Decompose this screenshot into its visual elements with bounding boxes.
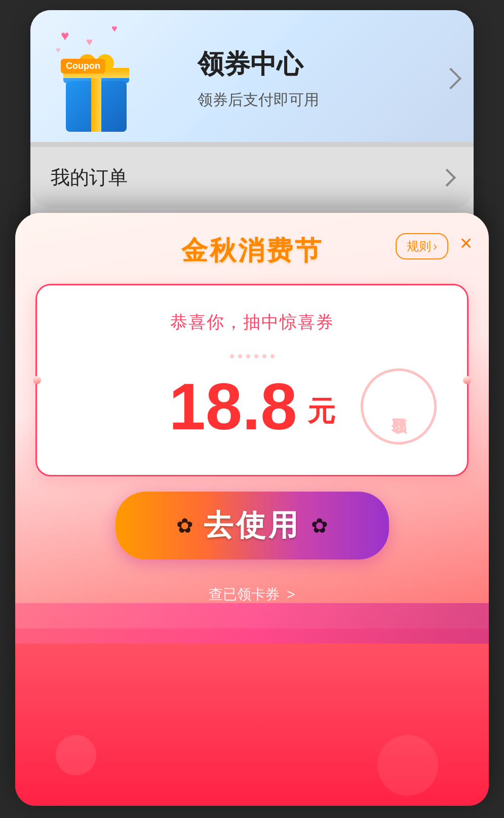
- coupon-banner-chevron[interactable]: [440, 68, 461, 89]
- festival-title: 金秋消费节: [181, 233, 323, 269]
- dot-6: [270, 354, 275, 358]
- use-button-text: 去使用: [204, 506, 301, 545]
- use-button-icon-right: ✿: [311, 514, 328, 537]
- use-button-area: ✿ 去使用 ✿: [35, 492, 469, 560]
- use-button-icon: ✿: [176, 514, 193, 537]
- rules-button[interactable]: 规则 ›: [396, 233, 448, 259]
- claimed-stamp: 已领取: [352, 360, 445, 453]
- rules-chevron-icon: ›: [433, 239, 437, 253]
- heart-icon-3: ♥: [111, 23, 118, 34]
- coupon-amount: 18.8: [169, 374, 297, 439]
- coupon-banner[interactable]: ♥ ♥ ♥ ♥ Coupon 领券中心 领券后支付即可用: [30, 10, 474, 147]
- gift-box: Coupon: [56, 51, 137, 132]
- dot-4: [254, 354, 258, 358]
- heart-icon-2: ♥: [86, 35, 93, 49]
- dot-3: [246, 354, 250, 358]
- dot-5: [262, 354, 266, 358]
- dot-1: [230, 354, 234, 358]
- coupon-label: Coupon: [61, 59, 105, 73]
- close-button[interactable]: ×: [453, 231, 479, 256]
- coupon-prize-card: 恭喜你，抽中惊喜券 18.8 元 已领取: [35, 284, 469, 476]
- heart-icon-1: ♥: [61, 28, 69, 44]
- use-button[interactable]: ✿ 去使用 ✿: [115, 492, 389, 560]
- orders-chevron-icon: [438, 168, 456, 186]
- popup-overlay: 金秋消费节 规则 › × 恭喜你，抽中惊喜券: [15, 213, 489, 806]
- red-band-decoration: [15, 628, 489, 806]
- bottom-link-chevron-icon: >: [287, 586, 295, 603]
- close-icon: ×: [460, 233, 473, 254]
- deco-circle-1: [56, 735, 96, 775]
- amount-row: 18.8 元 已领取: [57, 374, 447, 439]
- dot-2: [238, 354, 242, 358]
- dots-decoration: [57, 354, 447, 358]
- rules-label: 规则: [407, 238, 431, 254]
- festival-header: 金秋消费节 规则 › ×: [15, 213, 489, 279]
- coupon-center-title: 领券中心: [198, 47, 433, 82]
- popup-content: 金秋消费节 规则 › × 恭喜你，抽中惊喜券: [15, 213, 489, 619]
- coupon-image-area: ♥ ♥ ♥ ♥ Coupon: [46, 20, 187, 137]
- orders-section[interactable]: 我的订单: [30, 147, 474, 208]
- coupon-center-subtitle: 领券后支付即可用: [198, 90, 433, 110]
- orders-label: 我的订单: [51, 165, 441, 191]
- coupon-unit: 元: [307, 393, 335, 430]
- congrats-text: 恭喜你，抽中惊喜券: [57, 311, 447, 334]
- bottom-link[interactable]: 查已领卡券 >: [15, 585, 489, 619]
- divider: [30, 142, 474, 147]
- bottom-link-text: 查已领卡券: [209, 586, 280, 602]
- coupon-text-area: 领券中心 领券后支付即可用: [187, 47, 433, 110]
- deco-circle-2: [377, 735, 438, 796]
- phone-container: ♥ ♥ ♥ ♥ Coupon 领券中心 领券后支付即可用 我的订单: [0, 0, 504, 818]
